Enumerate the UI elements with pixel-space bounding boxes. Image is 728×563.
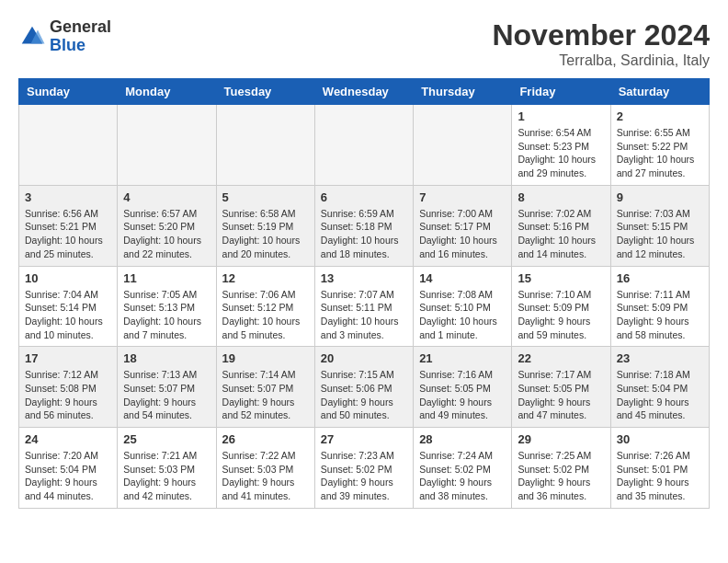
- day-number: 15: [518, 271, 604, 285]
- day-cell: 28Sunrise: 7:24 AM Sunset: 5:02 PM Dayli…: [414, 428, 512, 509]
- day-info: Sunrise: 7:17 AM Sunset: 5:05 PM Dayligh…: [518, 368, 604, 422]
- day-cell: 30Sunrise: 7:26 AM Sunset: 5:01 PM Dayli…: [610, 428, 709, 509]
- day-cell: 2Sunrise: 6:55 AM Sunset: 5:22 PM Daylig…: [610, 105, 709, 186]
- day-cell: 13Sunrise: 7:07 AM Sunset: 5:11 PM Dayli…: [314, 266, 413, 347]
- week-row-1: 1Sunrise: 6:54 AM Sunset: 5:23 PM Daylig…: [19, 105, 710, 186]
- day-number: 16: [617, 271, 703, 285]
- day-cell: 7Sunrise: 7:00 AM Sunset: 5:17 PM Daylig…: [414, 185, 512, 266]
- day-number: 12: [222, 271, 309, 285]
- weekday-header-thursday: Thursday: [414, 79, 512, 105]
- day-cell: 29Sunrise: 7:25 AM Sunset: 5:02 PM Dayli…: [512, 428, 610, 509]
- day-cell: 5Sunrise: 6:58 AM Sunset: 5:19 PM Daylig…: [216, 185, 314, 266]
- day-cell: 9Sunrise: 7:03 AM Sunset: 5:15 PM Daylig…: [610, 185, 709, 266]
- day-info: Sunrise: 7:03 AM Sunset: 5:15 PM Dayligh…: [617, 207, 703, 261]
- month-title: November 2024: [492, 18, 710, 52]
- calendar-table: SundayMondayTuesdayWednesdayThursdayFrid…: [18, 78, 710, 509]
- day-info: Sunrise: 7:08 AM Sunset: 5:10 PM Dayligh…: [419, 288, 506, 342]
- day-info: Sunrise: 7:10 AM Sunset: 5:09 PM Dayligh…: [518, 288, 604, 342]
- day-cell: 19Sunrise: 7:14 AM Sunset: 5:07 PM Dayli…: [216, 347, 314, 428]
- title-area: November 2024 Terralba, Sardinia, Italy: [492, 18, 710, 69]
- day-number: 8: [518, 190, 604, 204]
- day-cell: 12Sunrise: 7:06 AM Sunset: 5:12 PM Dayli…: [216, 266, 314, 347]
- day-info: Sunrise: 7:11 AM Sunset: 5:09 PM Dayligh…: [617, 288, 703, 342]
- day-info: Sunrise: 7:26 AM Sunset: 5:01 PM Dayligh…: [617, 449, 703, 503]
- day-info: Sunrise: 7:18 AM Sunset: 5:04 PM Dayligh…: [617, 368, 703, 422]
- day-cell: 26Sunrise: 7:22 AM Sunset: 5:03 PM Dayli…: [216, 428, 314, 509]
- week-row-5: 24Sunrise: 7:20 AM Sunset: 5:04 PM Dayli…: [19, 428, 710, 509]
- day-number: 10: [25, 271, 111, 285]
- day-info: Sunrise: 7:15 AM Sunset: 5:06 PM Dayligh…: [321, 368, 407, 422]
- day-cell: 16Sunrise: 7:11 AM Sunset: 5:09 PM Dayli…: [610, 266, 709, 347]
- day-number: 20: [321, 351, 407, 365]
- weekday-header-saturday: Saturday: [610, 79, 709, 105]
- day-cell: 24Sunrise: 7:20 AM Sunset: 5:04 PM Dayli…: [19, 428, 118, 509]
- day-info: Sunrise: 6:57 AM Sunset: 5:20 PM Dayligh…: [123, 207, 210, 261]
- day-cell: 4Sunrise: 6:57 AM Sunset: 5:20 PM Daylig…: [118, 185, 216, 266]
- day-number: 21: [419, 351, 506, 365]
- day-cell: 10Sunrise: 7:04 AM Sunset: 5:14 PM Dayli…: [19, 266, 118, 347]
- logo: General Blue: [18, 18, 111, 55]
- day-cell: [19, 105, 118, 186]
- day-cell: [314, 105, 413, 186]
- day-info: Sunrise: 6:58 AM Sunset: 5:19 PM Dayligh…: [222, 207, 309, 261]
- location-text: Terralba, Sardinia, Italy: [492, 52, 710, 69]
- day-info: Sunrise: 7:00 AM Sunset: 5:17 PM Dayligh…: [419, 207, 506, 261]
- weekday-header-tuesday: Tuesday: [216, 79, 314, 105]
- day-info: Sunrise: 7:06 AM Sunset: 5:12 PM Dayligh…: [222, 288, 309, 342]
- weekday-header-row: SundayMondayTuesdayWednesdayThursdayFrid…: [19, 79, 710, 105]
- day-info: Sunrise: 6:56 AM Sunset: 5:21 PM Dayligh…: [25, 207, 111, 261]
- day-cell: 21Sunrise: 7:16 AM Sunset: 5:05 PM Dayli…: [414, 347, 512, 428]
- day-number: 9: [617, 190, 703, 204]
- day-number: 13: [321, 271, 407, 285]
- day-cell: 23Sunrise: 7:18 AM Sunset: 5:04 PM Dayli…: [610, 347, 709, 428]
- logo-general-text: General: [50, 17, 111, 36]
- day-number: 23: [617, 351, 703, 365]
- day-cell: 22Sunrise: 7:17 AM Sunset: 5:05 PM Dayli…: [512, 347, 610, 428]
- day-cell: [414, 105, 512, 186]
- day-number: 27: [321, 432, 407, 446]
- day-number: 6: [321, 190, 407, 204]
- day-number: 11: [123, 271, 210, 285]
- day-cell: 11Sunrise: 7:05 AM Sunset: 5:13 PM Dayli…: [118, 266, 216, 347]
- day-number: 18: [123, 351, 210, 365]
- week-row-2: 3Sunrise: 6:56 AM Sunset: 5:21 PM Daylig…: [19, 185, 710, 266]
- day-cell: 3Sunrise: 6:56 AM Sunset: 5:21 PM Daylig…: [19, 185, 118, 266]
- day-cell: 20Sunrise: 7:15 AM Sunset: 5:06 PM Dayli…: [314, 347, 413, 428]
- day-info: Sunrise: 7:13 AM Sunset: 5:07 PM Dayligh…: [123, 368, 210, 422]
- day-cell: 17Sunrise: 7:12 AM Sunset: 5:08 PM Dayli…: [19, 347, 118, 428]
- weekday-header-friday: Friday: [512, 79, 610, 105]
- day-number: 30: [617, 432, 703, 446]
- day-number: 2: [617, 109, 703, 123]
- day-number: 25: [123, 432, 210, 446]
- day-number: 1: [518, 109, 604, 123]
- day-number: 14: [419, 271, 506, 285]
- day-cell: 25Sunrise: 7:21 AM Sunset: 5:03 PM Dayli…: [118, 428, 216, 509]
- day-info: Sunrise: 7:05 AM Sunset: 5:13 PM Dayligh…: [123, 288, 210, 342]
- day-number: 22: [518, 351, 604, 365]
- day-info: Sunrise: 7:12 AM Sunset: 5:08 PM Dayligh…: [25, 368, 111, 422]
- day-cell: [118, 105, 216, 186]
- day-info: Sunrise: 7:14 AM Sunset: 5:07 PM Dayligh…: [222, 368, 309, 422]
- day-info: Sunrise: 6:54 AM Sunset: 5:23 PM Dayligh…: [518, 126, 604, 180]
- day-cell: 15Sunrise: 7:10 AM Sunset: 5:09 PM Dayli…: [512, 266, 610, 347]
- page-header: General Blue November 2024 Terralba, Sar…: [18, 18, 710, 69]
- day-info: Sunrise: 7:04 AM Sunset: 5:14 PM Dayligh…: [25, 288, 111, 342]
- day-number: 4: [123, 190, 210, 204]
- day-cell: 6Sunrise: 6:59 AM Sunset: 5:18 PM Daylig…: [314, 185, 413, 266]
- day-info: Sunrise: 7:24 AM Sunset: 5:02 PM Dayligh…: [419, 449, 506, 503]
- day-number: 19: [222, 351, 309, 365]
- logo-text: General Blue: [50, 18, 111, 55]
- day-number: 29: [518, 432, 604, 446]
- day-number: 17: [25, 351, 111, 365]
- day-number: 7: [419, 190, 506, 204]
- day-cell: 27Sunrise: 7:23 AM Sunset: 5:02 PM Dayli…: [314, 428, 413, 509]
- weekday-header-sunday: Sunday: [19, 79, 118, 105]
- day-cell: 8Sunrise: 7:02 AM Sunset: 5:16 PM Daylig…: [512, 185, 610, 266]
- week-row-4: 17Sunrise: 7:12 AM Sunset: 5:08 PM Dayli…: [19, 347, 710, 428]
- day-cell: 18Sunrise: 7:13 AM Sunset: 5:07 PM Dayli…: [118, 347, 216, 428]
- day-number: 3: [25, 190, 111, 204]
- day-number: 5: [222, 190, 309, 204]
- logo-icon: [18, 23, 46, 51]
- weekday-header-monday: Monday: [118, 79, 216, 105]
- day-info: Sunrise: 7:07 AM Sunset: 5:11 PM Dayligh…: [321, 288, 407, 342]
